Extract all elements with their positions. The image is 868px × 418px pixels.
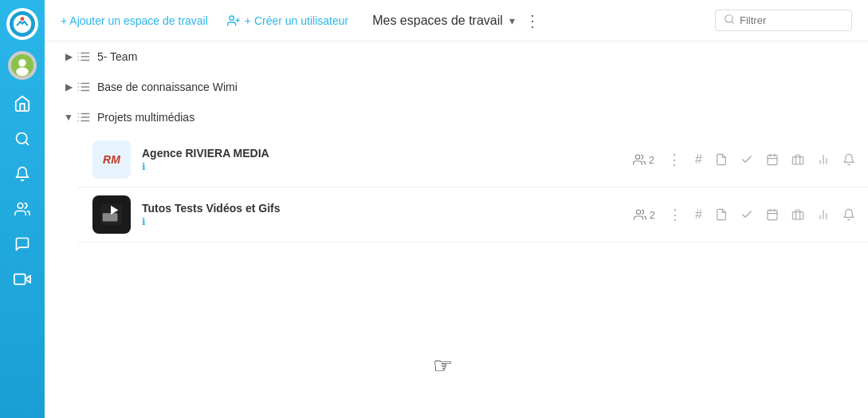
svg-point-2 [21, 17, 25, 21]
more-options-icon[interactable]: ⋮ [524, 11, 540, 30]
riviera-bell-icon[interactable] [842, 153, 855, 166]
svg-point-46 [636, 210, 640, 214]
riviera-file-icon[interactable] [715, 153, 728, 166]
svg-line-7 [26, 142, 29, 145]
create-user-button[interactable]: + Créer un utilisateur [227, 14, 348, 27]
riviera-user-count[interactable]: 2 [633, 153, 654, 166]
multimedia-label: Projets multimédias [97, 111, 194, 124]
entry-tutos: Tutos Tests Vidéos et Gifs ℹ 2 ⋮ [77, 187, 868, 243]
knowledge-list-icon [77, 80, 91, 94]
title-chevron-icon[interactable]: ▾ [509, 14, 515, 27]
toolbar-right [715, 10, 852, 31]
svg-marker-9 [26, 275, 30, 282]
svg-point-4 [18, 59, 26, 66]
chat-nav-icon[interactable] [8, 230, 37, 258]
workspace-item-team[interactable]: ▶ 5- Team [45, 41, 868, 72]
page-title: Mes espaces de travail [372, 14, 503, 28]
multimedia-list-icon [77, 110, 91, 124]
tutos-check-icon[interactable] [740, 208, 753, 221]
content-area: ▶ 5- Team ▶ Base de connaissance Wimi [45, 41, 868, 418]
tutos-info-icon[interactable]: ℹ [142, 216, 623, 227]
tutos-users-icon [634, 208, 646, 221]
svg-rect-10 [14, 274, 26, 285]
tutos-bell-icon[interactable] [842, 208, 855, 221]
toolbar-title-area: Mes espaces de travail ▾ ⋮ [372, 11, 540, 30]
riviera-more-icon[interactable]: ⋮ [667, 151, 682, 168]
team-label: 5- Team [97, 50, 137, 63]
multimedia-entries: RM Agence RIVIERA MEDIA ℹ 2 [45, 132, 868, 243]
cursor-indicator: ☞ [433, 353, 453, 379]
app-logo[interactable] [6, 8, 38, 40]
svg-line-15 [732, 22, 734, 24]
riviera-users-icon [633, 153, 646, 166]
tutos-logo [92, 195, 131, 234]
add-workspace-button[interactable]: + Ajouter un espace de travail [61, 14, 208, 27]
riviera-logo: RM [92, 140, 131, 179]
riviera-hash-icon[interactable]: # [695, 152, 702, 167]
tutos-more-icon[interactable]: ⋮ [668, 206, 682, 223]
search-icon [724, 14, 735, 27]
svg-rect-47 [768, 211, 777, 220]
svg-rect-35 [768, 156, 777, 165]
user-avatar[interactable] [8, 51, 37, 80]
add-workspace-label: + Ajouter un espace de travail [61, 14, 208, 27]
home-nav-icon[interactable] [8, 89, 37, 118]
riviera-check-icon[interactable] [740, 153, 753, 166]
riviera-calendar-icon[interactable] [766, 153, 779, 166]
team-list-icon [77, 49, 91, 64]
tutos-file-icon[interactable] [715, 208, 728, 221]
tutos-count: 2 [650, 209, 655, 221]
search-nav-icon[interactable] [8, 124, 37, 153]
riviera-count: 2 [649, 154, 654, 166]
main-content: + Ajouter un espace de travail + Créer u… [45, 0, 868, 418]
knowledge-chevron-icon[interactable]: ▶ [61, 81, 77, 93]
tutos-info: Tutos Tests Vidéos et Gifs ℹ [142, 202, 623, 227]
svg-point-8 [18, 203, 23, 209]
workspace-item-multimedia[interactable]: ▼ Projets multimédias [45, 102, 868, 132]
multimedia-chevron-icon[interactable]: ▼ [61, 112, 77, 123]
knowledge-label: Base de connaissance Wimi [97, 81, 238, 93]
svg-point-11 [230, 16, 234, 20]
contacts-nav-icon[interactable] [8, 195, 37, 223]
create-user-icon [227, 14, 240, 27]
team-chevron-icon[interactable]: ▶ [61, 51, 77, 62]
tutos-user-count[interactable]: 2 [634, 208, 655, 221]
tutos-calendar-icon[interactable] [766, 208, 779, 221]
riviera-logo-text: RM [103, 153, 120, 166]
tutos-actions: 2 ⋮ # [634, 206, 855, 223]
tutos-hash-icon[interactable]: # [695, 207, 702, 222]
sidebar [0, 0, 45, 418]
workspace-item-knowledge[interactable]: ▶ Base de connaissance Wimi [45, 72, 868, 102]
create-user-label: + Créer un utilisateur [245, 14, 348, 27]
tutos-briefcase-icon[interactable] [791, 208, 804, 221]
entry-riviera: RM Agence RIVIERA MEDIA ℹ 2 [77, 132, 868, 187]
filter-input[interactable] [740, 14, 843, 26]
tutos-logo-icon [100, 203, 124, 227]
svg-rect-51 [792, 212, 803, 219]
svg-rect-39 [792, 157, 803, 164]
video-nav-icon[interactable] [8, 265, 37, 294]
bell-nav-icon[interactable] [8, 160, 37, 188]
svg-rect-44 [103, 213, 118, 221]
riviera-info: Agence RIVIERA MEDIA ℹ [142, 147, 622, 172]
tutos-name: Tutos Tests Vidéos et Gifs [142, 202, 623, 215]
search-box[interactable] [715, 10, 852, 31]
riviera-briefcase-icon[interactable] [791, 153, 804, 166]
toolbar: + Ajouter un espace de travail + Créer u… [45, 0, 868, 41]
svg-point-5 [16, 67, 29, 76]
riviera-name: Agence RIVIERA MEDIA [142, 147, 622, 160]
riviera-actions: 2 ⋮ # [633, 151, 855, 168]
svg-point-34 [635, 155, 639, 159]
tutos-chart-icon[interactable] [817, 208, 830, 221]
riviera-chart-icon[interactable] [817, 153, 830, 166]
riviera-info-icon[interactable]: ℹ [142, 161, 622, 172]
